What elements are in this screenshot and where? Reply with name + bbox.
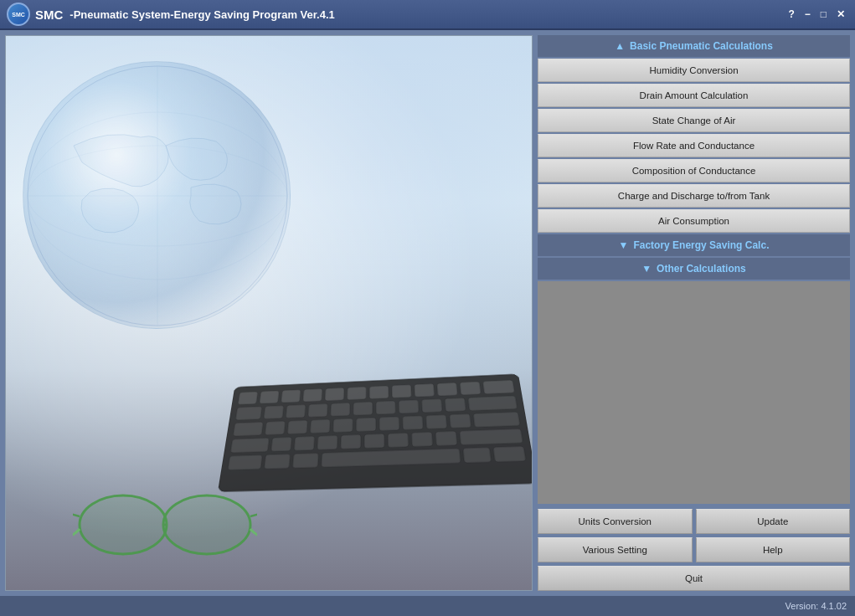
status-bar: Version: 4.1.02	[0, 596, 855, 616]
svg-rect-51	[264, 454, 290, 469]
svg-rect-42	[294, 436, 315, 450]
svg-rect-8	[281, 390, 301, 403]
svg-rect-49	[460, 429, 523, 445]
svg-rect-9	[303, 388, 322, 402]
svg-line-60	[250, 512, 257, 516]
svg-rect-35	[379, 417, 399, 431]
humidity-conversion-btn[interactable]: Humidity Conversion	[538, 59, 850, 82]
svg-rect-10	[325, 388, 344, 401]
basic-pneumatic-label: Basic Pneumatic Calculations	[630, 40, 773, 52]
svg-rect-23	[353, 402, 373, 415]
minimize-btn[interactable]: −	[801, 8, 814, 20]
collapsed-area	[538, 281, 850, 504]
svg-rect-17	[482, 380, 514, 394]
left-panel	[5, 35, 533, 591]
svg-rect-50	[228, 454, 262, 470]
svg-rect-6	[238, 392, 258, 405]
window-controls[interactable]: ? − □ ✕	[785, 8, 848, 20]
smc-text: SMC	[35, 8, 63, 22]
maximize-btn[interactable]: □	[817, 8, 830, 20]
svg-line-59	[73, 512, 80, 516]
svg-rect-55	[493, 446, 526, 462]
factory-energy-label: Factory Energy Saving Calc.	[633, 239, 769, 251]
svg-rect-40	[230, 438, 269, 453]
app-title: -Pneumatic System-Energy Saving Program …	[70, 8, 334, 21]
svg-point-57	[163, 495, 250, 554]
close-btn[interactable]: ✕	[833, 8, 848, 20]
right-panel: ▲ Basic Pneumatic Calculations Humidity …	[538, 35, 850, 591]
air-consumption-btn[interactable]: Air Consumption	[538, 209, 850, 233]
svg-rect-27	[445, 398, 466, 412]
svg-rect-30	[265, 421, 286, 435]
globe-decoration	[23, 61, 291, 329]
title-bar: SMC SMC -Pneumatic System-Energy Saving …	[0, 0, 855, 30]
svg-rect-16	[460, 382, 481, 395]
svg-rect-20	[286, 404, 306, 418]
svg-rect-28	[468, 396, 518, 411]
svg-rect-19	[264, 405, 284, 418]
drain-amount-btn[interactable]: Drain Amount Calculation	[538, 84, 850, 107]
version-text: Version: 4.1.02	[785, 601, 847, 611]
other-calc-arrow: ▼	[641, 263, 652, 275]
other-calc-header[interactable]: ▼ Other Calculations	[538, 258, 850, 280]
various-setting-btn[interactable]: Various Setting	[538, 537, 693, 562]
svg-point-56	[80, 495, 167, 554]
keyboard-decoration	[215, 361, 533, 509]
basic-pneumatic-arrow: ▲	[615, 40, 625, 52]
svg-rect-37	[425, 414, 446, 429]
basic-pneumatic-header[interactable]: ▲ Basic Pneumatic Calculations	[538, 35, 850, 57]
svg-rect-39	[473, 412, 520, 427]
svg-rect-13	[392, 385, 412, 398]
svg-rect-44	[341, 434, 361, 449]
svg-rect-47	[411, 432, 433, 447]
svg-rect-11	[347, 387, 366, 400]
bottom-buttons: Units Conversion Update Various Setting …	[538, 509, 850, 591]
svg-rect-29	[233, 422, 263, 436]
glasses-decoration	[73, 487, 257, 565]
svg-rect-15	[437, 382, 458, 396]
help-btn-main[interactable]: Help	[696, 537, 851, 562]
svg-rect-34	[356, 418, 376, 432]
svg-rect-33	[333, 418, 353, 433]
svg-rect-24	[376, 401, 396, 414]
svg-rect-45	[364, 434, 384, 449]
svg-rect-12	[369, 386, 389, 399]
other-calc-label: Other Calculations	[657, 263, 746, 275]
svg-rect-21	[308, 403, 328, 417]
svg-rect-22	[331, 403, 351, 416]
update-btn[interactable]: Update	[696, 509, 851, 534]
svg-rect-7	[260, 391, 280, 404]
help-btn[interactable]: ?	[785, 8, 797, 20]
state-change-btn[interactable]: State Change of Air	[538, 109, 850, 132]
svg-rect-14	[415, 383, 435, 397]
svg-rect-41	[271, 437, 292, 451]
svg-rect-38	[450, 413, 471, 428]
flow-rate-btn[interactable]: Flow Rate and Conductance	[538, 134, 850, 157]
svg-rect-48	[435, 431, 457, 446]
svg-rect-26	[421, 398, 442, 413]
svg-rect-43	[317, 435, 338, 449]
svg-rect-52	[292, 453, 318, 468]
svg-rect-36	[403, 416, 424, 430]
svg-rect-32	[310, 419, 330, 434]
units-conversion-btn[interactable]: Units Conversion	[538, 509, 693, 534]
svg-rect-46	[388, 433, 409, 448]
svg-rect-31	[287, 420, 307, 434]
quit-btn[interactable]: Quit	[538, 566, 850, 591]
smc-emblem: SMC	[7, 3, 30, 26]
svg-rect-18	[235, 407, 262, 420]
smc-logo: SMC SMC	[7, 3, 63, 26]
charge-discharge-btn[interactable]: Charge and Discharge to/from Tank	[538, 184, 850, 208]
composition-btn[interactable]: Composition of Conductance	[538, 159, 850, 182]
svg-rect-54	[463, 447, 492, 463]
factory-energy-arrow: ▼	[619, 239, 629, 251]
svg-rect-25	[399, 400, 419, 414]
main-content: ▲ Basic Pneumatic Calculations Humidity …	[0, 30, 855, 596]
factory-energy-header[interactable]: ▼ Factory Energy Saving Calc.	[538, 234, 850, 256]
